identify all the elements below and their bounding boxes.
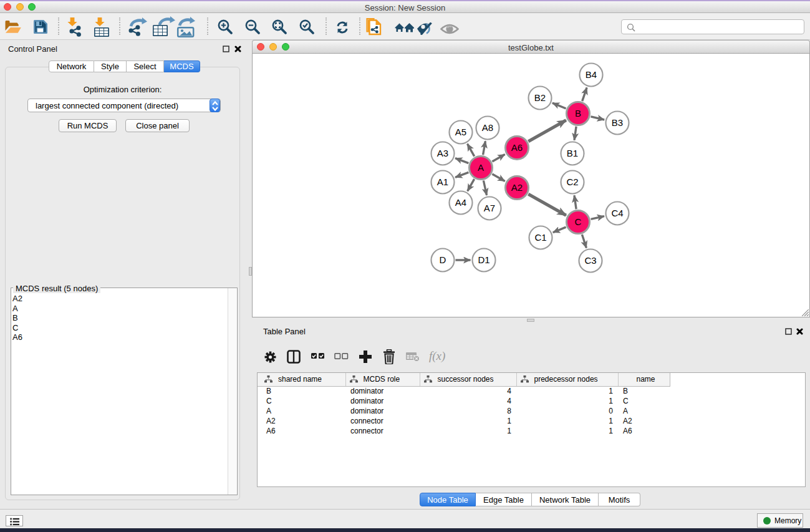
svg-text:A4: A4 [455, 197, 466, 208]
svg-text:A: A [478, 162, 484, 173]
svg-text:A5: A5 [455, 127, 466, 137]
svg-text:A2: A2 [511, 182, 523, 193]
svg-text:D: D [440, 254, 446, 265]
svg-text:C2: C2 [566, 177, 578, 187]
svg-text:B3: B3 [612, 117, 623, 128]
svg-text:B1: B1 [567, 148, 578, 158]
svg-text:A8: A8 [482, 122, 493, 133]
svg-text:A7: A7 [484, 203, 495, 213]
svg-text:A1: A1 [437, 177, 448, 187]
svg-text:A6: A6 [511, 142, 523, 153]
svg-text:B4: B4 [586, 69, 597, 80]
svg-text:C1: C1 [534, 232, 546, 243]
svg-text:C3: C3 [584, 255, 596, 266]
svg-text:D1: D1 [478, 254, 489, 265]
svg-text:C4: C4 [611, 208, 623, 218]
svg-text:C: C [575, 216, 582, 227]
svg-text:B2: B2 [534, 92, 546, 103]
svg-text:A3: A3 [437, 148, 448, 158]
svg-text:B: B [575, 108, 581, 118]
